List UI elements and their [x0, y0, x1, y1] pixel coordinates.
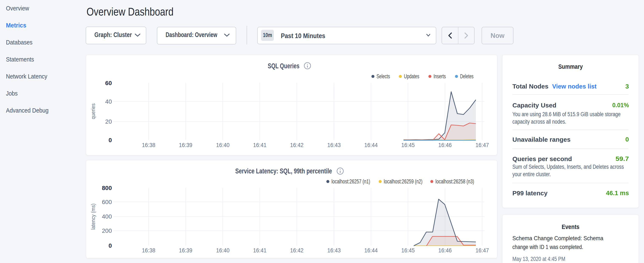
svg-text:16:40: 16:40	[216, 247, 230, 254]
svg-text:16:40: 16:40	[216, 142, 230, 148]
svg-text:60: 60	[105, 80, 112, 86]
svg-text:20: 20	[105, 118, 112, 125]
svg-text:16:43: 16:43	[328, 247, 341, 254]
svg-text:16:46: 16:46	[438, 247, 452, 254]
svg-text:16:41: 16:41	[253, 142, 266, 148]
svg-text:16:39: 16:39	[179, 142, 192, 148]
svg-text:16:41: 16:41	[253, 247, 266, 254]
svg-text:16:44: 16:44	[364, 247, 378, 254]
svg-text:queries: queries	[90, 103, 96, 119]
svg-text:16:45: 16:45	[402, 247, 415, 254]
svg-text:SQL Queries: SQL Queries	[268, 62, 300, 70]
svg-text:Updates: Updates	[404, 73, 419, 80]
svg-text:16:44: 16:44	[364, 142, 378, 148]
svg-text:Inserts: Inserts	[434, 73, 446, 80]
svg-text:localhost:26257 (n1): localhost:26257 (n1)	[332, 178, 370, 185]
svg-text:16:38: 16:38	[142, 247, 156, 254]
svg-text:16:45: 16:45	[402, 142, 415, 148]
svg-text:16:47: 16:47	[476, 247, 489, 254]
svg-text:400: 400	[102, 213, 112, 220]
svg-text:0: 0	[108, 242, 112, 249]
svg-text:16:46: 16:46	[438, 142, 452, 148]
svg-text:600: 600	[102, 199, 112, 205]
svg-text:16:42: 16:42	[290, 247, 304, 254]
svg-text:16:39: 16:39	[179, 247, 192, 254]
svg-text:800: 800	[102, 185, 112, 191]
svg-text:16:47: 16:47	[476, 142, 489, 148]
svg-text:16:42: 16:42	[290, 142, 304, 148]
svg-text:16:38: 16:38	[142, 142, 156, 148]
svg-text:16:43: 16:43	[328, 142, 341, 148]
svg-text:Selects: Selects	[376, 73, 390, 80]
svg-text:localhost:26258 (n3): localhost:26258 (n3)	[436, 178, 474, 185]
svg-text:Service Latency: SQL, 99th per: Service Latency: SQL, 99th percentile	[235, 167, 332, 175]
svg-text:Deletes: Deletes	[460, 73, 474, 80]
svg-text:localhost:26259 (n2): localhost:26259 (n2)	[384, 178, 422, 185]
svg-text:40: 40	[105, 98, 112, 105]
svg-text:200: 200	[102, 227, 112, 234]
svg-text:0: 0	[108, 137, 112, 143]
svg-text:latency (ms): latency (ms)	[90, 204, 96, 230]
